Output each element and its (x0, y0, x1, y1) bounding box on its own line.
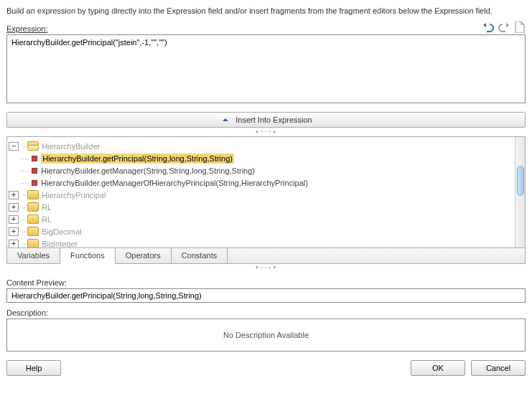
folder-open-icon (27, 141, 39, 151)
functions-tree-panel: − ·· HierarchyBuilder ···· HierarchyBuil… (6, 136, 526, 248)
tab-constants[interactable]: Constants (172, 248, 228, 263)
folder-icon (27, 239, 39, 247)
folder-icon (27, 214, 39, 224)
folder-icon (27, 202, 39, 212)
scroll-thumb[interactable] (517, 166, 524, 196)
folder-icon (27, 227, 39, 236)
tab-operators[interactable]: Operators (116, 248, 172, 263)
tree-label: BigDecimal (42, 227, 82, 236)
method-icon (32, 156, 37, 161)
vertical-scrollbar[interactable] (515, 137, 525, 247)
tree-label: HierarchyBuilder.getManager(String,Strin… (41, 166, 255, 175)
expression-toolbar (482, 22, 526, 33)
tree-label: HierarchyBuilder.getPrincipal(String,lon… (41, 154, 234, 164)
tree-node-bigdecimal[interactable]: + ·· BigDecimal (9, 225, 513, 237)
folder-icon (27, 190, 39, 199)
splitter-handle-top[interactable]: ▲•••▲ (6, 128, 526, 136)
tree-label: HierarchyPrincipal (42, 191, 106, 199)
help-button[interactable]: Help (6, 360, 61, 376)
tree-label: HierarchyBuilder.getManagerOfHierarchyPr… (41, 179, 308, 187)
description-text: No Description Available (223, 331, 309, 339)
tree-label: RL (42, 215, 52, 224)
expand-toggle[interactable]: + (9, 227, 19, 236)
method-icon (32, 180, 37, 186)
instruction-text: Build an expression by typing directly i… (6, 6, 526, 16)
redo-icon[interactable] (498, 22, 510, 33)
ok-button[interactable]: OK (411, 360, 465, 376)
content-preview-label: Content Preview: (6, 278, 526, 287)
tree-node-hierarchyprincipal[interactable]: + ·· HierarchyPrincipal (9, 189, 513, 201)
insert-label: Insert Into Expression (235, 115, 312, 124)
tree-node-method[interactable]: ···· HierarchyBuilder.getManagerOfHierar… (9, 176, 513, 189)
chevron-up-icon (220, 114, 231, 126)
tab-functions[interactable]: Functions (60, 248, 116, 264)
tree-scroll-area[interactable]: − ·· HierarchyBuilder ···· HierarchyBuil… (7, 137, 515, 247)
tree-node-method[interactable]: ···· HierarchyBuilder.getManager(String,… (9, 164, 513, 176)
tree-label: BigInteger (42, 240, 78, 248)
fragment-tabs: Variables Functions Operators Constants (6, 248, 526, 264)
tree-label: RL (42, 203, 52, 212)
collapse-toggle[interactable]: − (9, 142, 19, 151)
expand-toggle[interactable]: + (9, 215, 19, 224)
expression-textarea[interactable] (6, 34, 526, 103)
tree-node-rl[interactable]: + ·· RL (9, 213, 513, 225)
splitter-handle-bottom[interactable]: ▼•••▼ (6, 264, 526, 273)
tree-node-biginteger[interactable]: + ·· BigInteger (9, 237, 513, 247)
expand-toggle[interactable]: + (9, 191, 19, 199)
expand-toggle[interactable]: + (9, 240, 19, 248)
tree-node-hierarchybuilder[interactable]: − ·· HierarchyBuilder (9, 140, 513, 152)
cancel-button[interactable]: Cancel (471, 360, 526, 376)
expand-toggle[interactable]: + (9, 203, 19, 212)
insert-into-expression-button[interactable]: Insert Into Expression (6, 112, 526, 128)
tree-node-rl[interactable]: + ·· RL (9, 201, 513, 213)
tree-label: HierarchyBuilder (42, 142, 100, 151)
tab-variables[interactable]: Variables (7, 248, 60, 263)
undo-icon[interactable] (482, 22, 494, 33)
tree-node-method[interactable]: ···· HierarchyBuilder.getPrincipal(Strin… (9, 152, 513, 164)
description-label: Description: (6, 308, 526, 317)
expression-label: Expression: (6, 24, 47, 33)
content-preview-field[interactable] (6, 288, 526, 303)
new-page-icon[interactable] (514, 22, 526, 33)
description-box: No Description Available (6, 319, 526, 352)
method-icon (32, 168, 37, 174)
